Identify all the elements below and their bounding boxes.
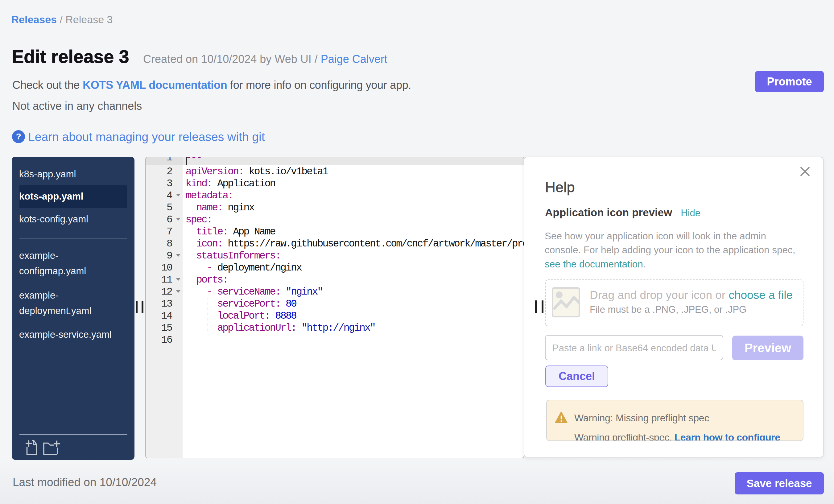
svg-text:?: ?: [16, 132, 21, 141]
